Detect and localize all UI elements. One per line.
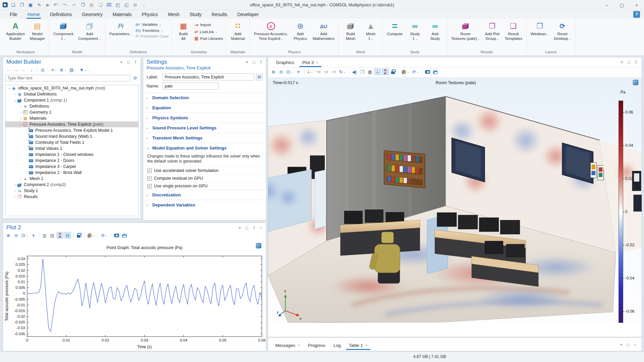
copy-button[interactable]: ❐: [79, 2, 86, 8]
tree-item-impedance-2-brick-wall[interactable]: Impedance 2 - Brick Wall: [5, 170, 138, 176]
cut-button[interactable]: ✂: [71, 2, 77, 8]
section-header[interactable]: ›Dependent Variables: [143, 200, 266, 210]
tree-expanded-icon[interactable]: ⌄: [7, 86, 11, 90]
grid-button[interactable]: ▦: [367, 68, 373, 75]
update-button[interactable]: ⟳⌄: [100, 232, 109, 239]
menu-tab-file[interactable]: File: [5, 10, 22, 19]
component-1-button[interactable]: Component1⌄: [52, 20, 74, 42]
panel-menu-icon[interactable]: ▾: [119, 60, 124, 64]
panel-float-icon[interactable]: ◻: [245, 226, 249, 230]
mesh-1-button[interactable]: ▲Mesh1⌄: [362, 20, 380, 42]
panel-close-icon[interactable]: ×: [633, 343, 638, 347]
tree-expanded-icon[interactable]: ⌄: [19, 123, 23, 126]
lock-view-button[interactable]: [390, 68, 396, 75]
menu-tab-developer[interactable]: Developer: [232, 10, 264, 19]
back-button[interactable]: ←: [5, 66, 12, 73]
name-input[interactable]: [163, 82, 219, 89]
panel-menu-icon[interactable]: ▾: [237, 226, 242, 230]
tree-collapsed-icon[interactable]: ›: [13, 195, 17, 198]
tree-item-results[interactable]: ›❐Results: [5, 194, 138, 200]
filter-button[interactable]: ▼⌄: [78, 66, 88, 73]
tree-item-geometry-1[interactable]: ›Geometry 1: [5, 109, 138, 115]
tree-collapsed-icon[interactable]: ›: [13, 189, 17, 192]
zoom-out-button[interactable]: ⊖: [13, 232, 19, 239]
tab-messages[interactable]: Messages×: [271, 343, 304, 351]
tree-item-materials[interactable]: ›▦Materials: [5, 115, 138, 121]
image-snapshot-button[interactable]: [424, 68, 431, 75]
tree-item-global-definitions[interactable]: ›⊕Global Definitions: [5, 91, 138, 97]
save-as-button[interactable]: ✎: [36, 2, 43, 8]
tree-item-office-space-63-30t0-n4-ma-out-mph[interactable]: ⌄◈office_space_63_30T0_N4_ma_out.mph(roo…: [5, 85, 138, 91]
forward-button[interactable]: →: [13, 66, 19, 73]
label-input[interactable]: [163, 73, 254, 80]
tab-close-icon[interactable]: ×: [298, 343, 300, 348]
panel-float-icon[interactable]: ◻: [626, 343, 631, 347]
section-header[interactable]: ›Transient Mesh Settings: [143, 133, 266, 143]
reset-desktop-button[interactable]: ⟳ResetDesktop⌄: [552, 20, 572, 42]
checkbox-checked[interactable]: ✓: [147, 184, 152, 188]
add-physics-button[interactable]: ⊛AddPhysics: [291, 20, 309, 41]
duplicate-button[interactable]: ❏: [97, 2, 104, 8]
zoom-in-button[interactable]: ⊕: [5, 232, 12, 239]
tab-close-icon[interactable]: ×: [316, 60, 319, 65]
panel-float-icon[interactable]: ◻: [627, 60, 631, 64]
add-material-button[interactable]: ∷AddMaterial: [229, 20, 247, 41]
checkbox-checked[interactable]: ✓: [147, 176, 152, 181]
redo-button[interactable]: ↷⌄: [62, 2, 69, 8]
import-button[interactable]: ⇥Import: [195, 22, 223, 27]
expand-all-button[interactable]: ≡⌄: [50, 66, 58, 73]
menu-tab-definitions[interactable]: Definitions: [45, 10, 77, 19]
tree-filter-input[interactable]: [5, 75, 130, 81]
section-header[interactable]: ›Discretization: [143, 190, 266, 200]
go-to-view-button[interactable]: ⟂⌄: [306, 68, 314, 75]
add-study-button[interactable]: ∞AddStudy: [426, 20, 444, 41]
y-grid-button[interactable]: ▤: [49, 232, 56, 239]
update-button[interactable]: ⟳⌄: [411, 68, 420, 75]
tree-collapsed-icon[interactable]: ›: [13, 183, 17, 186]
tree-collapsed-icon[interactable]: ›: [19, 177, 23, 180]
menu-tab-materials[interactable]: Materials: [108, 10, 137, 19]
menu-tab-mesh[interactable]: Mesh: [163, 10, 184, 19]
tree-collapsed-icon[interactable]: ›: [19, 111, 23, 114]
room-textures-pate-button[interactable]: RoomTextures (pate)⌄: [450, 20, 481, 42]
zoom-extents-button[interactable]: ✛: [30, 232, 37, 239]
result-templates-button[interactable]: ❏ResultTemplates: [503, 20, 524, 41]
paste-button[interactable]: ▤: [88, 2, 95, 8]
plot-settings-icon[interactable]: [256, 243, 261, 248]
tree-item-component-2[interactable]: ›Component 2(comp2): [5, 182, 138, 188]
panel-menu-icon[interactable]: ▾: [620, 60, 624, 64]
show-axis-orientation-button[interactable]: ⟂: [374, 68, 381, 75]
windows-button[interactable]: ❐Windows⌄: [529, 20, 550, 37]
tab-close-icon[interactable]: ×: [365, 343, 368, 348]
parameters-button[interactable]: PiParameters⌄: [108, 20, 133, 37]
tree-item-pressure-acoustics-time-explicit[interactable]: ⌄≋Pressure Acoustics, Time Explicit(pate…: [5, 121, 138, 127]
section-header[interactable]: ⌄Model Equation and Solver Settings: [143, 143, 266, 153]
tree-item-initial-values-1[interactable]: Initial Values 1: [5, 145, 138, 152]
tree-collapsed-icon[interactable]: ›: [19, 117, 23, 120]
panel-float-icon[interactable]: ◻: [126, 60, 131, 64]
lock-axes-button[interactable]: [75, 232, 82, 239]
menu-tab-study[interactable]: Study: [184, 10, 207, 19]
pressure-acoustics-time-explicit-button[interactable]: ≋Pressure Acoustics,Time Explicit⌄: [253, 20, 289, 42]
zoom-box-button[interactable]: ⊡⌄: [285, 68, 294, 75]
transparency-button[interactable]: ❒: [359, 68, 366, 75]
tab-progress[interactable]: Progress: [304, 343, 329, 351]
run-button[interactable]: ▶: [45, 2, 51, 8]
color-theme-button[interactable]: ⌄: [87, 232, 96, 239]
node-text-button[interactable]: ▤⌄: [68, 66, 77, 73]
tab-plot-3[interactable]: Plot 3×: [298, 60, 323, 67]
save-button[interactable]: ▣: [27, 2, 34, 8]
tree-collapsed-icon[interactable]: ›: [19, 105, 23, 108]
add-plot-group-button[interactable]: ❐Add PlotGroup⌄: [483, 20, 501, 42]
panel-pin-icon[interactable]: ↧: [634, 60, 638, 64]
rotate-button[interactable]: ↻⌄: [338, 68, 347, 75]
tree-item-continuity-of-total-fields-1[interactable]: Continuity of Total Fields 1: [5, 139, 138, 145]
maximize-button[interactable]: ▢: [614, 0, 629, 10]
tree-item-sound-hard-boundary-wall-1[interactable]: Sound Hard Boundary (Wall) 1: [5, 133, 138, 139]
zoom-box-button[interactable]: ⊡⌄: [20, 232, 29, 239]
menu-tab-geometry[interactable]: Geometry: [77, 10, 107, 19]
open-file-button[interactable]: ❐: [18, 2, 25, 8]
menu-tab-results[interactable]: Results: [207, 10, 232, 19]
graphics-canvas-3d[interactable]: z x y Time=0.017 s Room Textures (pate) …: [268, 77, 642, 323]
functions-button[interactable]: f(x)Functions⌄: [136, 28, 169, 33]
